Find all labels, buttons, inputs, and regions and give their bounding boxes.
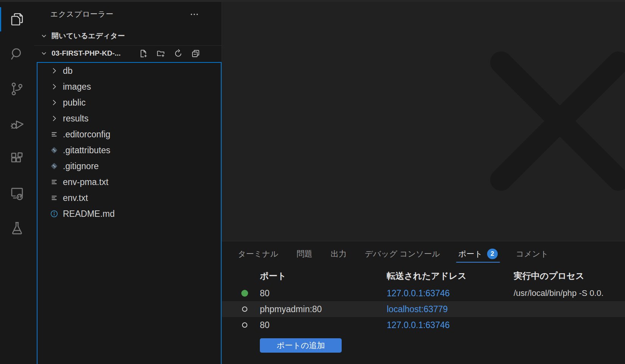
extensions-icon [9, 151, 25, 166]
info-icon [50, 210, 58, 218]
git-icon [50, 146, 58, 154]
tree-item-label: results [63, 114, 89, 124]
port-value: phpmyadmin:80 [260, 304, 387, 314]
activity-remote-explorer-button[interactable] [0, 176, 34, 211]
file-tree: db images public results .editorconfig .… [37, 62, 222, 364]
column-port: ポート [260, 270, 387, 282]
vscode-window: エクスプローラー 開いているエディター 03-FIRST-PHP-KD-... [0, 2, 625, 364]
tab-terminal[interactable]: ターミナル [238, 241, 278, 266]
text-lines-icon [50, 194, 58, 202]
port-row[interactable]: phpmyadmin:80 localhost:63779 [222, 301, 625, 317]
tab-output[interactable]: 出力 [331, 241, 347, 266]
workspace-actions [126, 49, 200, 58]
tree-item-label: .gitattributes [63, 145, 110, 156]
forwarded-address-link[interactable]: 127.0.0.1:63746 [387, 288, 450, 298]
search-icon [9, 46, 25, 62]
port-running-dot-icon [241, 290, 248, 297]
tab-problems[interactable]: 問題 [297, 241, 312, 266]
editor-empty-area [222, 2, 625, 241]
tree-item-label: env.txt [63, 193, 88, 203]
forwarded-address-link[interactable]: localhost:63779 [387, 304, 448, 314]
tree-item-folder-images[interactable]: images [38, 79, 221, 95]
ports-count-badge: 2 [487, 249, 498, 259]
tree-item-folder-public[interactable]: public [38, 95, 221, 110]
chevron-right-icon [50, 98, 58, 107]
explorer-sidebar: エクスプローラー 開いているエディター 03-FIRST-PHP-KD-... [34, 2, 222, 364]
source-control-icon [9, 81, 25, 97]
tree-item-label: .editorconfig [63, 129, 110, 140]
port-idle-circle-icon [242, 322, 247, 328]
explorer-icon [9, 11, 25, 27]
main-area: ターミナル 問題 出力 デバッグ コンソール ポート 2 コメント ポート 転送… [222, 2, 625, 364]
port-row[interactable]: 80 127.0.0.1:63746 /usr/local/bin/php -S… [222, 285, 625, 301]
new-folder-icon[interactable] [156, 49, 166, 58]
activity-extensions-button[interactable] [0, 141, 34, 176]
git-icon [50, 162, 58, 170]
new-file-icon[interactable] [139, 49, 148, 58]
sidebar-header: エクスプローラー [34, 2, 222, 26]
testing-icon [9, 220, 25, 236]
vscode-watermark-x-icon [222, 2, 625, 241]
config-lines-icon [50, 130, 58, 138]
run-and-debug-icon [9, 116, 25, 132]
tree-item-label: env-pma.txt [63, 177, 108, 187]
tree-item-file-editorconfig[interactable]: .editorconfig [38, 126, 221, 142]
process-value: /usr/local/bin/php -S 0.0. [514, 288, 625, 298]
tree-item-file-env[interactable]: env.txt [38, 190, 221, 206]
workspace-section-header[interactable]: 03-FIRST-PHP-KD-... [34, 45, 222, 61]
port-row[interactable]: 80 127.0.0.1:63746 [222, 317, 625, 333]
forwarded-address-link[interactable]: 127.0.0.1:63746 [387, 320, 450, 330]
ellipsis-icon [189, 9, 199, 19]
port-value: 80 [260, 288, 387, 299]
text-lines-icon [50, 178, 58, 186]
tree-item-file-gitignore[interactable]: .gitignore [38, 158, 221, 174]
activity-bar [0, 2, 34, 364]
tree-item-label: .gitignore [63, 161, 99, 171]
tree-item-label: db [63, 66, 73, 76]
activity-run-debug-button[interactable] [0, 106, 34, 141]
chevron-down-icon [40, 32, 48, 40]
column-running-process: 実行中のプロセス [514, 270, 625, 282]
remote-explorer-icon [9, 185, 25, 201]
tab-debug-console[interactable]: デバッグ コンソール [365, 241, 440, 266]
activity-explorer-button[interactable] [0, 2, 34, 37]
sidebar-title: エクスプローラー [50, 9, 114, 19]
activity-search-button[interactable] [0, 37, 34, 72]
tree-item-file-env-pma[interactable]: env-pma.txt [38, 174, 221, 190]
column-forwarded-address: 転送されたアドレス [387, 270, 514, 282]
chevron-down-icon [40, 50, 48, 57]
tree-item-label: public [63, 98, 86, 108]
activity-source-control-button[interactable] [0, 72, 34, 106]
workspace-label: 03-FIRST-PHP-KD-... [52, 49, 121, 58]
tree-item-folder-results[interactable]: results [38, 110, 221, 126]
chevron-right-icon [50, 82, 58, 91]
panel-tabs: ターミナル 問題 出力 デバッグ コンソール ポート 2 コメント [222, 241, 625, 266]
bottom-panel: ターミナル 問題 出力 デバッグ コンソール ポート 2 コメント ポート 転送… [222, 241, 625, 364]
chevron-right-icon [50, 114, 58, 123]
refresh-icon[interactable] [173, 49, 183, 58]
port-idle-circle-icon [242, 306, 247, 312]
tab-comments[interactable]: コメント [516, 241, 548, 266]
ports-table-header: ポート 転送されたアドレス 実行中のプロセス [222, 266, 625, 285]
add-port-button[interactable]: ポートの追加 [260, 338, 342, 353]
open-editors-section-header[interactable]: 開いているエディター [34, 26, 222, 45]
tree-item-label: README.md [63, 209, 115, 219]
port-value: 80 [260, 320, 387, 330]
tree-item-label: images [63, 82, 91, 92]
tab-ports[interactable]: ポート 2 [458, 241, 498, 266]
open-editors-label: 開いているエディター [52, 31, 125, 41]
tree-item-file-readme[interactable]: README.md [38, 206, 221, 222]
tree-item-file-gitattributes[interactable]: .gitattributes [38, 142, 221, 158]
collapse-all-icon[interactable] [191, 49, 200, 58]
tree-item-folder-db[interactable]: db [38, 63, 221, 79]
more-actions-button[interactable] [188, 9, 201, 20]
chevron-right-icon [50, 67, 58, 75]
activity-testing-button[interactable] [0, 211, 34, 246]
